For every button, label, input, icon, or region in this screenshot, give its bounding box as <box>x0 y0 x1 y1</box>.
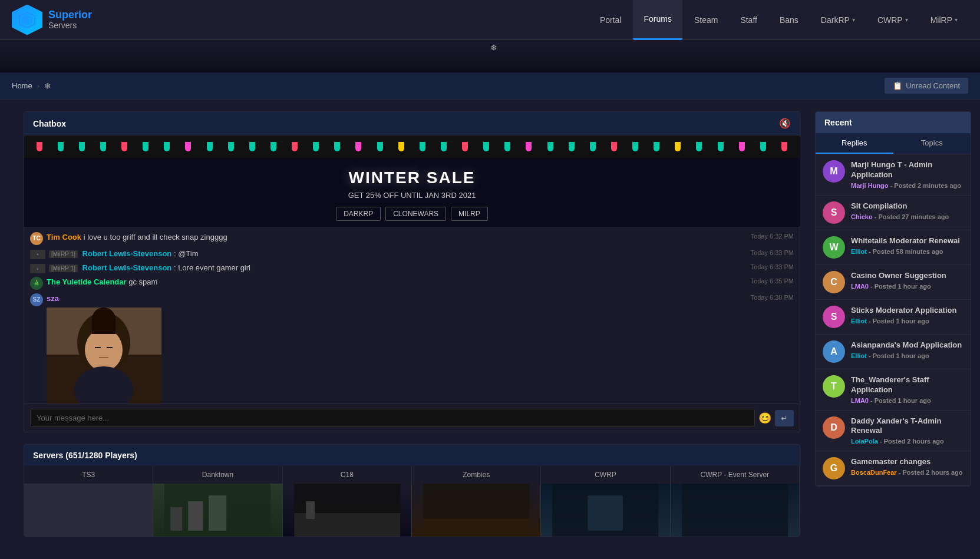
chat-timestamp: Today 6:33 PM <box>745 249 794 257</box>
unread-content-button[interactable]: 📋 Unread Content <box>885 78 968 94</box>
sale-buttons: DARKRP CLONEWARS MILRP <box>30 207 794 221</box>
server-thumb-cwrp-event[interactable] <box>671 484 800 537</box>
chat-avatar: SZ <box>30 293 43 306</box>
sidebar-tab-topics[interactable]: Topics <box>893 133 971 154</box>
recent-avatar: W <box>823 236 845 259</box>
recent-avatar: S <box>823 306 845 328</box>
recent-content: Gamemaster changes BoscaDunFear - Posted… <box>851 457 963 476</box>
chatbox-title: Chatbox <box>33 119 66 128</box>
chat-input[interactable] <box>30 409 755 427</box>
light-bulb <box>739 142 745 151</box>
sale-subtitle: GET 25% OFF UNTIL JAN 3RD 2021 <box>30 191 794 200</box>
nav-links: Portal Forums Steam Staff Bans DarkRP ▾ … <box>589 0 968 40</box>
light-bulb <box>483 142 489 151</box>
sale-darkrp-button[interactable]: DARKRP <box>336 207 381 221</box>
light-bulb <box>590 142 596 151</box>
light-bulb <box>100 142 106 151</box>
sale-title: WINTER SALE <box>30 168 794 187</box>
light-bulb <box>79 142 85 151</box>
cwrp-dropdown-arrow: ▾ <box>905 16 908 23</box>
recent-time: - Posted 1 hour ago <box>869 352 929 359</box>
sidebar-tab-replies[interactable]: Replies <box>816 133 893 154</box>
sale-clonewars-button[interactable]: CLONEWARS <box>385 207 446 221</box>
recent-time: - Posted 2 hours ago <box>899 469 963 476</box>
server-thumb-cwrp[interactable] <box>541 484 670 537</box>
recent-item[interactable]: S Sticks Moderator Application Elliot - … <box>816 300 971 335</box>
chat-message: SZ sza <box>30 292 794 403</box>
recent-content: Daddy Xander's T-Admin Renewal LolaPola … <box>851 416 963 445</box>
server-thumb-c18[interactable] <box>283 484 412 537</box>
svg-point-5 <box>85 329 123 371</box>
nav-staff[interactable]: Staff <box>730 0 768 40</box>
servers-current: 651 <box>68 451 82 460</box>
servers-header: Servers (651/1280 Players) <box>24 445 800 466</box>
server-thumb-ts3[interactable] <box>24 484 153 537</box>
chat-timestamp: Today 6:35 PM <box>745 277 794 286</box>
recent-author: LMA0 <box>851 283 869 290</box>
sale-banner: WINTER SALE GET 25% OFF UNTIL JAN 3RD 20… <box>24 158 800 227</box>
content-area: Chatbox 🔇 <box>0 100 980 559</box>
light-bulb <box>526 142 532 151</box>
milrp-dropdown-arrow: ▾ <box>955 16 958 23</box>
christmas-lights <box>24 135 800 158</box>
recent-item[interactable]: S Sit Compilation Chicko - Posted 27 min… <box>816 196 971 230</box>
recent-title: Daddy Xander's T-Admin Renewal <box>851 416 963 436</box>
recent-items-list: M Marji Hungo T - Admin Application Marj… <box>816 154 971 486</box>
light-bulb <box>143 142 149 151</box>
nav-forums[interactable]: Forums <box>633 0 682 40</box>
chat-timestamp: Today 6:38 PM <box>745 293 794 302</box>
recent-item[interactable]: D Daddy Xander's T-Admin Renewal LolaPol… <box>816 411 971 452</box>
breadcrumb-home[interactable]: Home <box>12 81 32 90</box>
recent-item[interactable]: G Gamemaster changes BoscaDunFear - Post… <box>816 451 971 486</box>
recent-avatar: G <box>823 457 845 479</box>
recent-item[interactable]: C Casino Owner Suggestion LMA0 - Posted … <box>816 265 971 300</box>
servers-title-suffix: Players) <box>103 451 137 460</box>
chat-input-row: 😊 ↵ <box>24 403 800 432</box>
light-bulb <box>207 142 213 151</box>
recent-author: LolaPola <box>851 438 878 445</box>
server-thumb-zombies[interactable] <box>412 484 541 537</box>
chat-username: sza <box>47 294 59 303</box>
recent-item[interactable]: W Whitetails Moderator Renewal Elliot - … <box>816 230 971 265</box>
server-col-zombies: Zombies <box>412 466 541 484</box>
breadcrumb-bar: Home › ❄ 📋 Unread Content <box>0 72 980 100</box>
nav-milrp[interactable]: MilRP ▾ <box>920 0 968 40</box>
svg-rect-16 <box>209 495 226 531</box>
recent-author: LMA0 <box>851 397 869 404</box>
svg-rect-7 <box>92 316 116 334</box>
send-button[interactable]: ↵ <box>775 410 794 426</box>
server-thumb-danktown[interactable] <box>153 484 282 537</box>
light-bulb <box>313 142 319 151</box>
recent-title: Asianpanda's Mod Application <box>851 340 963 350</box>
recent-avatar: M <box>823 160 845 183</box>
recent-content: Casino Owner Suggestion LMA0 - Posted 1 … <box>851 271 963 290</box>
light-bulb <box>37 142 42 151</box>
chat-username: Robert Lewis-Stevenson <box>83 249 172 258</box>
svg-rect-21 <box>423 519 529 537</box>
servers-title-prefix: Servers ( <box>33 451 68 460</box>
chat-messages[interactable]: TC Tim Cook i love u too griff and ill c… <box>24 227 800 403</box>
chat-username: Tim Cook <box>47 233 81 242</box>
chat-text: @Tim <box>178 249 198 258</box>
light-bulb <box>185 142 191 151</box>
recent-item[interactable]: A Asianpanda's Mod Application Elliot - … <box>816 335 971 369</box>
nav-steam[interactable]: Steam <box>684 0 728 40</box>
chat-tag-icon: ▪ <box>30 264 45 273</box>
nav-cwrp[interactable]: CWRP ▾ <box>867 0 919 40</box>
chat-tag-icon: ▪ <box>30 250 45 259</box>
recent-meta: Elliot - Posted 1 hour ago <box>851 352 963 359</box>
light-bulb <box>675 142 681 151</box>
breadcrumb-sep: › <box>37 81 39 90</box>
sale-milrp-button[interactable]: MILRP <box>451 207 488 221</box>
recent-title: Whitetails Moderator Renewal <box>851 236 963 246</box>
recent-item[interactable]: T The_Wanderer's Staff Application LMA0 … <box>816 369 971 411</box>
chat-message: 🎄 The Yuletide Calendar gc spam Today 6:… <box>30 275 794 292</box>
nav-portal[interactable]: Portal <box>589 0 632 40</box>
nav-darkrp[interactable]: DarkRP ▾ <box>810 0 866 40</box>
chatbox-mute-button[interactable]: 🔇 <box>779 118 791 129</box>
recent-meta: LMA0 - Posted 1 hour ago <box>851 397 963 404</box>
nav-bans[interactable]: Bans <box>769 0 809 40</box>
emoji-button[interactable]: 😊 <box>758 412 771 425</box>
recent-item[interactable]: M Marji Hungo T - Admin Application Marj… <box>816 154 971 196</box>
recent-title: Sticks Moderator Application <box>851 306 963 316</box>
